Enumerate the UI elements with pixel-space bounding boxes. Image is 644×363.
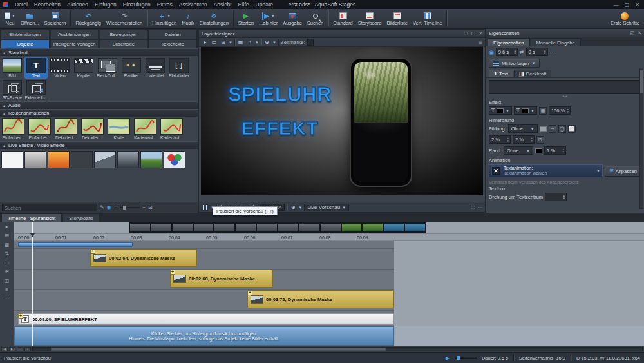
zoom-in-icon[interactable]: + [24, 347, 31, 351]
more-options-icon[interactable]: ⋯ [550, 49, 555, 55]
spinner-arrows-icon[interactable]: ▲▼ [566, 108, 569, 113]
effect-thumbnail[interactable] [164, 151, 185, 168]
text-content-input[interactable] [489, 80, 641, 94]
tab-intelligente-vorlagen[interactable]: Intelligente Vorlagen [50, 39, 99, 48]
preview-mode-dropdown[interactable]: Live-Vorschau ▼ [304, 204, 349, 211]
effect-thumbnail[interactable] [117, 151, 139, 168]
route-item[interactable]: Dekoriert... [80, 118, 105, 140]
chevron-down-icon[interactable]: ▼ [298, 206, 302, 210]
tab-texteffekte[interactable]: Texteffekte [149, 39, 198, 48]
grid-view-icon[interactable]: ⁘ [114, 204, 118, 211]
float-panel-icon[interactable]: ◱ [630, 30, 635, 35]
settings-button[interactable]: ⚙ Einstellungen [197, 10, 231, 28]
start-preview-button[interactable]: ▶ Starten [236, 10, 256, 28]
outline-color-picker[interactable]: T ▼ [514, 106, 537, 115]
tab-bildeffekte[interactable]: Bildeffekte [99, 39, 148, 48]
status-play-icon[interactable]: ▶ [446, 355, 450, 361]
spinner-arrows-icon[interactable]: ▲▼ [544, 50, 546, 55]
padding-y-spinner[interactable]: 2 % ▲▼ [513, 135, 535, 144]
music-track[interactable]: Klicken Sie hier, um Hintergrundmusik hi… [14, 326, 394, 346]
section-header-live-effekte[interactable]: ▲ Live-Effekte / Video Effekte [0, 141, 198, 149]
maximize-panel-icon[interactable]: ▢ [471, 31, 476, 36]
object-item-partikel[interactable]: ✦✦ Partikel [120, 57, 143, 79]
menu-aktionen[interactable]: Aktionen [64, 0, 91, 9]
object-item-kapitel[interactable]: Kapitel [72, 57, 95, 79]
timeline-item-dynamische-maske-2[interactable]: + 00:02.68, Dynamische Maske [170, 270, 273, 288]
menu-datei[interactable]: Datei [12, 0, 31, 9]
tab-storyboard[interactable]: Storyboard [62, 213, 99, 222]
timeline-canvas[interactable]: 00:00 00:01 00:02 00:03 00:04 00:05 00:0… [14, 222, 644, 346]
effect-thumbnail[interactable] [48, 151, 70, 168]
subtab-text[interactable]: T Text [489, 70, 513, 77]
zoom-preview-icon[interactable]: ⊕ [289, 204, 296, 211]
chevron-down-icon[interactable]: ▼ [272, 41, 276, 44]
add-button[interactable]: +▼ Hinzufügen [149, 10, 179, 28]
pause-button[interactable] [202, 204, 209, 211]
layout-standard-button[interactable]: Standard [330, 10, 355, 28]
menu-extras[interactable]: Extras [154, 0, 176, 9]
timeline-item-dynamische-maske-3[interactable]: + 00:03.72, Dynamische Maske [247, 290, 394, 308]
effect-thumbnail[interactable] [94, 151, 116, 168]
timeline-tool-icon[interactable]: ▦ [5, 242, 10, 248]
timeline-tool-icon[interactable]: ◫ [5, 278, 10, 284]
link-duration-icon[interactable]: ⇄ [520, 49, 524, 55]
expand-plus-icon[interactable]: + [247, 290, 252, 295]
menu-hilfe[interactable]: Hilfe [235, 0, 252, 9]
layout-storyboard-button[interactable]: Storyboard [355, 10, 384, 28]
search-input[interactable] [2, 204, 97, 211]
minimize-icon[interactable]: — [614, 2, 619, 8]
route-item[interactable]: Einfacher... [1, 118, 26, 140]
effect-thumbnail[interactable] [71, 151, 93, 168]
border-width-spinner[interactable]: 1 % ▲▼ [544, 146, 566, 155]
route-item[interactable]: Einfacher... [27, 118, 52, 140]
scroll-left-icon[interactable]: ◀ [1, 347, 8, 351]
effect-style-button[interactable]: ▦ [539, 107, 547, 115]
subtab-deckkraft[interactable]: Deckkraft [514, 70, 552, 77]
transport-options-icon[interactable]: ⋯ [478, 205, 482, 210]
object-item-externe-inhalte[interactable]: ↗ Externe In... [24, 79, 48, 101]
object-item-text[interactable]: T Text [24, 57, 48, 79]
route-item[interactable]: Dekoriert... [53, 118, 79, 140]
tab-eigenschaften[interactable]: Eigenschaften [488, 38, 530, 46]
fill-option-button[interactable]: ▭ [549, 125, 556, 133]
playhead[interactable] [32, 222, 33, 346]
zoom-out-icon[interactable]: − [17, 347, 23, 351]
snap-toggle-icon[interactable]: ⌗ [246, 39, 253, 46]
timemark-field[interactable] [307, 39, 314, 46]
status-progress-slider[interactable] [455, 357, 477, 359]
eye-icon[interactable]: ◉ [107, 204, 111, 211]
object-item-3d-szene[interactable]: 3D-Szene [1, 79, 24, 101]
tab-bewegungen[interactable]: Bewegungen [99, 30, 148, 39]
time-ruler[interactable]: 00:00 00:01 00:02 00:03 00:04 00:05 00:0… [14, 233, 644, 241]
offset-spinner[interactable]: 0 s ▲▼ [526, 48, 548, 56]
timeline-tool-icon[interactable]: ▭ [5, 260, 10, 266]
font-color-picker[interactable]: T ▼ [489, 106, 512, 115]
timeline-tool-icon[interactable]: ≡ [5, 287, 8, 293]
text-animation-selector[interactable]: ✕ Textanimation: Textanimation wählen ▼ [489, 164, 603, 177]
expand-plus-icon[interactable]: + [90, 249, 95, 254]
spinner-arrows-icon[interactable]: ▲▼ [562, 148, 565, 153]
save-button[interactable]: Speichern [42, 10, 69, 28]
object-item-platzhalter[interactable]: [ ] Platzhalter [167, 57, 191, 79]
close-panel-icon[interactable]: ✕ [638, 30, 641, 35]
rotation-spinner[interactable]: ▲▼ [545, 193, 567, 201]
close-icon[interactable]: ✕ [635, 2, 639, 8]
object-item-bild[interactable]: Bild [1, 57, 24, 79]
timeline-item-dynamische-maske-1[interactable]: + 00:02.64, Dynamische Maske [90, 249, 197, 267]
expand-plus-icon[interactable]: + [18, 313, 23, 319]
background-object-bar[interactable] [18, 242, 133, 247]
search-button[interactable]: Suchen [305, 10, 326, 28]
effect-thumbnail[interactable] [1, 151, 23, 168]
tab-manuelle-eingabe[interactable]: Manuelle Eingabe [531, 38, 581, 46]
visibility-eye-icon[interactable]: ◉ [489, 49, 494, 55]
padding-x-spinner[interactable]: 2 % ▲▼ [489, 135, 511, 144]
tab-einblendungen[interactable]: Einblendungen [1, 30, 50, 39]
transform-tool-icon[interactable]: ▭ [211, 39, 218, 46]
phone-mockup[interactable] [350, 57, 412, 187]
fill-dropdown[interactable]: Ohne ▼ [508, 124, 538, 133]
border-color-swatch[interactable] [535, 148, 542, 153]
route-item[interactable]: Karte [106, 118, 131, 140]
timeline-tool-icon[interactable]: ⋯ [5, 296, 10, 302]
preview-canvas[interactable]: SPIELUHR EFFEKT [201, 47, 483, 195]
chevron-down-icon[interactable]: ▼ [255, 41, 259, 44]
